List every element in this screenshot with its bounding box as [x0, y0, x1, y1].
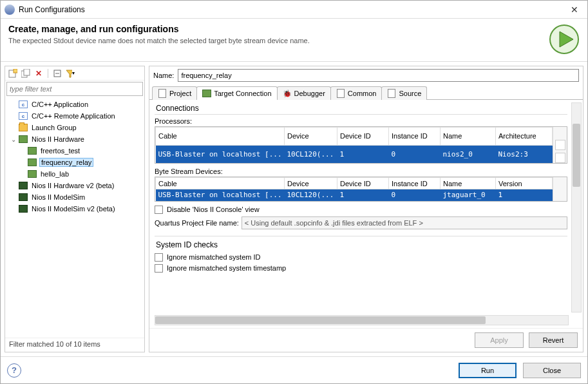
tree-freertos[interactable]: freertos_test [5, 145, 144, 157]
tree-launch-group[interactable]: Launch Group [5, 122, 144, 133]
table-header-row: Cable Device Device ID Instance ID Name … [156, 128, 553, 146]
eclipse-icon [5, 5, 15, 15]
disable-console-checkbox[interactable] [155, 206, 163, 214]
processors-side-buttons [553, 127, 567, 163]
ignore-timestamp-checkbox[interactable] [155, 264, 163, 273]
ignore-timestamp-row[interactable]: Ignore mismatched system timestamp [155, 264, 567, 273]
processor-row[interactable]: USB-Blaster on localhost [... 10CL120(..… [156, 145, 553, 163]
filter-input[interactable] [6, 82, 143, 96]
dialog-header: Create, manage, and run configurations T… [1, 19, 587, 61]
processors-side-button-1[interactable] [555, 140, 565, 150]
col-name[interactable]: Name [441, 128, 496, 146]
tree-nios-modelsim-v2[interactable]: Nios II ModelSim v2 (beta) [5, 203, 144, 215]
disable-console-label: Disable 'Nios II Console' view [167, 206, 260, 213]
source-icon [387, 89, 396, 98]
collapse-all-icon[interactable] [52, 68, 62, 79]
tab-debugger[interactable]: 🐞Debugger [277, 86, 331, 100]
ignore-sysid-row[interactable]: Ignore mismatched system ID [155, 253, 567, 262]
disable-console-row[interactable]: Disable 'Nios II Console' view [155, 206, 567, 214]
tab-content: Connections Processors: Cable Device Dev… [149, 100, 583, 328]
byte-devices-table[interactable]: Cable Device Device ID Instance ID Name … [155, 177, 553, 201]
tab-target-connection[interactable]: Target Connection [196, 86, 277, 100]
bug-icon: 🐞 [283, 89, 292, 98]
new-config-icon[interactable] [8, 68, 18, 79]
chevron-down-icon[interactable]: ⌄ [9, 136, 18, 143]
titlebar: Run Configurations ✕ [1, 1, 587, 19]
dialog-footer: ? Run Close [1, 356, 587, 383]
config-detail-panel: Name: Project Target Connection 🐞Debugge… [149, 66, 583, 352]
connections-title: Connections [155, 102, 567, 115]
byte-devices-side-buttons [553, 177, 567, 201]
svg-rect-3 [14, 69, 17, 73]
horizontal-scrollbar[interactable] [155, 315, 569, 325]
col-device[interactable]: Device [285, 128, 337, 146]
window-close-button[interactable]: ✕ [565, 3, 583, 16]
tab-common[interactable]: Common [330, 86, 383, 100]
apply-button[interactable]: Apply [475, 332, 524, 348]
processors-side-button-2[interactable] [555, 153, 565, 163]
configurations-panel: ✕ ▾ cC/C++ Application cC/C++ Remote App… [5, 66, 145, 352]
tree-nios-modelsim[interactable]: Nios II ModelSim [5, 191, 144, 203]
quartus-project-label: Quartus Project File name: [155, 219, 239, 227]
svg-marker-8 [66, 70, 72, 77]
header-subtitle: The expected Stdout device name does not… [8, 37, 549, 44]
svg-rect-5 [24, 69, 30, 75]
revert-button[interactable]: Revert [529, 332, 578, 348]
ignore-sysid-label: Ignore mismatched system ID [167, 253, 261, 261]
tree-frequency-relay[interactable]: frequency_relay [5, 157, 144, 168]
filter-status: Filter matched 10 of 10 items [5, 338, 144, 352]
table-header-row: Cable Device Device ID Instance ID Name … [156, 178, 553, 189]
tree-hello-lab[interactable]: hello_lab [5, 168, 144, 180]
project-icon [158, 89, 167, 98]
system-id-checks: System ID checks Ignore mismatched syste… [155, 236, 567, 273]
sysid-title: System ID checks [155, 239, 567, 251]
run-icon [549, 24, 580, 55]
col-instance-id[interactable]: Instance ID [389, 128, 441, 146]
byte-device-row[interactable]: USB-Blaster on localhost [... 10CL120(..… [156, 189, 553, 201]
target-icon [202, 89, 211, 98]
tree-nios-hw-v2[interactable]: Nios II Hardware v2 (beta) [5, 180, 144, 191]
duplicate-config-icon[interactable] [21, 68, 31, 79]
processors-label: Processors: [155, 117, 567, 125]
col-device-id[interactable]: Device ID [337, 128, 389, 146]
tree-cc-remote[interactable]: cC/C++ Remote Application [5, 110, 144, 122]
vertical-scrollbar[interactable] [571, 102, 582, 312]
name-input[interactable] [178, 69, 579, 82]
tree-nios-hw[interactable]: ⌄Nios II Hardware [5, 133, 144, 145]
col-cable[interactable]: Cable [156, 128, 285, 146]
tree-cc-app[interactable]: cC/C++ Application [5, 99, 144, 110]
tab-source[interactable]: Source [381, 86, 427, 100]
filter-icon[interactable]: ▾ [65, 68, 75, 79]
header-title: Create, manage, and run configurations [8, 24, 549, 34]
ignore-sysid-checkbox[interactable] [155, 253, 163, 262]
help-icon[interactable]: ? [7, 363, 21, 378]
delete-config-icon[interactable]: ✕ [33, 68, 44, 79]
processors-table[interactable]: Cable Device Device ID Instance ID Name … [155, 127, 553, 163]
col-architecture[interactable]: Architecture [496, 128, 553, 146]
config-tree[interactable]: cC/C++ Application cC/C++ Remote Applica… [5, 97, 144, 338]
tab-project[interactable]: Project [152, 86, 197, 100]
common-icon [336, 89, 345, 98]
quartus-project-field[interactable] [242, 216, 567, 229]
close-button[interactable]: Close [523, 363, 581, 378]
run-button[interactable]: Run [459, 363, 517, 378]
config-toolbar: ✕ ▾ [5, 66, 144, 81]
tab-bar: Project Target Connection 🐞Debugger Comm… [149, 84, 583, 100]
dialog-body: ✕ ▾ cC/C++ Application cC/C++ Remote App… [1, 62, 587, 356]
processors-table-wrap: Cable Device Device ID Instance ID Name … [155, 126, 567, 164]
ignore-timestamp-label: Ignore mismatched system timestamp [167, 264, 286, 272]
detail-buttons: Apply Revert [149, 328, 583, 352]
window-title: Run Configurations [19, 5, 565, 14]
byte-devices-table-wrap: Cable Device Device ID Instance ID Name … [155, 177, 567, 202]
name-label: Name: [153, 72, 174, 79]
byte-devices-label: Byte Stream Devices: [155, 168, 567, 175]
run-configurations-window: Run Configurations ✕ Create, manage, and… [0, 0, 588, 384]
